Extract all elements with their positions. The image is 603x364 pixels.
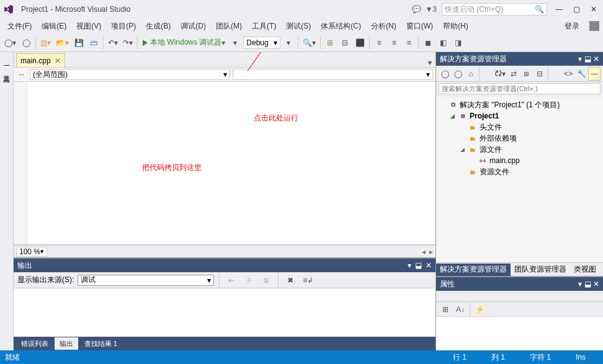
login-button[interactable]: 登录 bbox=[561, 20, 583, 33]
debug-target-dropdown[interactable]: ▾ bbox=[228, 36, 242, 50]
sol-fwd-button[interactable]: ◯ bbox=[452, 67, 464, 81]
tree-sources[interactable]: ◢🖿源文件 bbox=[439, 144, 601, 155]
sol-showall-button[interactable]: 🗉 bbox=[520, 67, 533, 81]
sol-sync-button[interactable]: ⇄ bbox=[507, 67, 520, 81]
save-button[interactable]: 💾 bbox=[72, 36, 86, 50]
sol-collapse-button[interactable]: ⊟ bbox=[534, 67, 546, 81]
comment-button[interactable]: ⊞ bbox=[323, 36, 337, 50]
close-tab-icon[interactable]: ✕ bbox=[55, 56, 61, 65]
tab-overflow-button[interactable]: ▾ bbox=[424, 58, 436, 67]
sol-close-icon[interactable]: ✕ bbox=[593, 55, 599, 63]
tab-solution-explorer[interactable]: 解决方案资源管理器 bbox=[436, 264, 511, 276]
sol-back-button[interactable]: ◯ bbox=[439, 67, 451, 81]
sol-home-button[interactable]: ⌂ bbox=[465, 67, 477, 81]
output-source-select[interactable]: 调试▾ bbox=[78, 275, 214, 286]
tree-resources[interactable]: 🖿资源文件 bbox=[439, 166, 601, 177]
sol-dropdown-icon[interactable]: ▾ bbox=[578, 55, 582, 63]
zoom-select[interactable]: 100 % ▾ bbox=[16, 247, 47, 257]
toolbox-tab[interactable]: 工具箱 bbox=[1, 66, 12, 76]
sol-properties-button[interactable]: 🔧 bbox=[575, 67, 587, 81]
tb-btn-e[interactable]: ◧ bbox=[436, 36, 450, 50]
menu-edit[interactable]: 编辑(E) bbox=[38, 20, 70, 33]
new-project-button[interactable]: ▥▾ bbox=[38, 36, 53, 50]
output-btn-3[interactable]: ≣ bbox=[259, 273, 273, 287]
output-btn-2[interactable]: ≡ bbox=[242, 273, 256, 287]
menu-build[interactable]: 生成(B) bbox=[142, 20, 174, 33]
tree-external[interactable]: 🖿外部依赖项 bbox=[439, 133, 601, 144]
tab-find-results[interactable]: 查找结果 1 bbox=[79, 337, 122, 350]
avatar-icon[interactable] bbox=[589, 21, 599, 31]
tab-class-view[interactable]: 类视图 bbox=[570, 264, 600, 276]
tree-headers[interactable]: 🖿头文件 bbox=[439, 122, 601, 133]
redo-button[interactable]: ↷▾ bbox=[121, 36, 135, 50]
member-dropdown[interactable]: ▾ bbox=[233, 69, 433, 80]
tab-output[interactable]: 输出 bbox=[55, 337, 78, 350]
tb-btn-a[interactable]: ≡ bbox=[372, 36, 386, 50]
feedback-area[interactable]: 💬 ▼3 bbox=[412, 5, 437, 14]
props-dropdown-icon[interactable]: ▾ bbox=[578, 280, 582, 288]
scroll-right-icon[interactable]: ▸ bbox=[429, 247, 433, 256]
platform-dropdown[interactable]: ▾ bbox=[282, 36, 295, 50]
quick-launch-input[interactable]: 快速启动 (Ctrl+Q) 🔍 bbox=[442, 3, 547, 16]
feedback-icon[interactable]: 💬 bbox=[412, 5, 421, 14]
sol-preview-button[interactable]: — bbox=[588, 67, 601, 81]
menu-help[interactable]: 帮助(H) bbox=[439, 20, 472, 33]
menu-architecture[interactable]: 体系结构(C) bbox=[317, 20, 365, 33]
properties-body[interactable] bbox=[436, 317, 603, 350]
server-explorer-tab[interactable]: 服务器资源管理器 bbox=[1, 55, 12, 64]
props-pin-icon[interactable]: ⬓ bbox=[584, 280, 591, 288]
maximize-button[interactable]: ▢ bbox=[571, 5, 582, 14]
minimize-button[interactable]: — bbox=[553, 5, 565, 14]
scroll-left-icon[interactable]: ◂ bbox=[422, 247, 426, 256]
tb-btn-f[interactable]: ◨ bbox=[451, 36, 465, 50]
find-button[interactable]: 🔍▾ bbox=[301, 36, 318, 50]
props-categorized-button[interactable]: ⊞ bbox=[439, 303, 452, 316]
menu-team[interactable]: 团队(M) bbox=[212, 20, 246, 33]
start-debug-button[interactable]: 本地 Windows 调试器 ▾ bbox=[140, 36, 227, 50]
bookmark-button[interactable]: ⬛ bbox=[353, 36, 367, 50]
menu-test[interactable]: 测试(S) bbox=[282, 20, 315, 33]
sol-refresh-button[interactable]: 🗘▾ bbox=[493, 67, 507, 81]
tab-team-explorer[interactable]: 团队资源管理器 bbox=[511, 264, 570, 276]
output-clear-button[interactable]: ✖ bbox=[284, 273, 297, 287]
panel-dropdown-icon[interactable]: ▾ bbox=[408, 261, 411, 270]
output-wrap-button[interactable]: ≡↲ bbox=[301, 273, 315, 287]
menu-tools[interactable]: 工具(T) bbox=[248, 20, 280, 33]
nav-left-icon[interactable]: ↔ bbox=[16, 69, 27, 80]
menu-project[interactable]: 项目(P) bbox=[107, 20, 140, 33]
tab-error-list[interactable]: 错误列表 bbox=[16, 337, 53, 350]
output-btn-1[interactable]: ⇤ bbox=[225, 273, 238, 287]
panel-close-icon[interactable]: ✕ bbox=[426, 261, 432, 270]
props-alpha-button[interactable]: A↓ bbox=[453, 303, 467, 316]
nav-fwd-button[interactable]: ◯ bbox=[19, 36, 33, 50]
undo-button[interactable]: ↶▾ bbox=[106, 36, 120, 50]
tree-project[interactable]: ◢⧈Project1 bbox=[439, 110, 601, 122]
tree-main-cpp[interactable]: ++main.cpp bbox=[439, 155, 601, 166]
tb-btn-b[interactable]: ≡ bbox=[387, 36, 401, 50]
doc-tab-main-cpp[interactable]: main.cpp ✕ bbox=[16, 53, 65, 67]
menu-window[interactable]: 窗口(W) bbox=[403, 20, 437, 33]
output-body[interactable] bbox=[14, 288, 436, 337]
scope-dropdown[interactable]: (全局范围)▾ bbox=[30, 69, 230, 80]
menu-analyze[interactable]: 分析(N) bbox=[367, 20, 400, 33]
menu-debug[interactable]: 调试(D) bbox=[177, 20, 210, 33]
nav-back-button[interactable]: ◯▾ bbox=[2, 36, 18, 50]
tb-btn-d[interactable]: ◼ bbox=[421, 36, 435, 50]
panel-pin-icon[interactable]: ⬓ bbox=[415, 261, 422, 270]
save-all-button[interactable]: 🗃 bbox=[87, 36, 100, 50]
tree-solution-root[interactable]: ⧉解决方案 "Project1" (1 个项目) bbox=[439, 99, 601, 110]
config-select[interactable]: Debug▾ bbox=[243, 37, 280, 49]
props-close-icon[interactable]: ✕ bbox=[593, 280, 599, 288]
menu-view[interactable]: 视图(V) bbox=[73, 20, 105, 33]
notification-flag-icon[interactable]: ▼3 bbox=[425, 5, 437, 14]
sol-pin-icon[interactable]: ⬓ bbox=[584, 55, 591, 63]
open-button[interactable]: 📂▾ bbox=[54, 36, 71, 50]
tb-btn-c[interactable]: ≡ bbox=[402, 36, 416, 50]
sol-code-button[interactable]: <> bbox=[562, 67, 574, 81]
solution-search-input[interactable] bbox=[439, 83, 601, 94]
menu-file[interactable]: 文件(F) bbox=[4, 20, 35, 33]
close-button[interactable]: ✕ bbox=[588, 5, 599, 14]
code-editor[interactable]: 点击此处运行 把代码拷贝到这里 bbox=[14, 82, 436, 245]
solution-tree[interactable]: ⧉解决方案 "Project1" (1 个项目) ◢⧈Project1 🖿头文件… bbox=[436, 97, 603, 262]
props-events-button[interactable]: ⚡ bbox=[473, 303, 486, 316]
